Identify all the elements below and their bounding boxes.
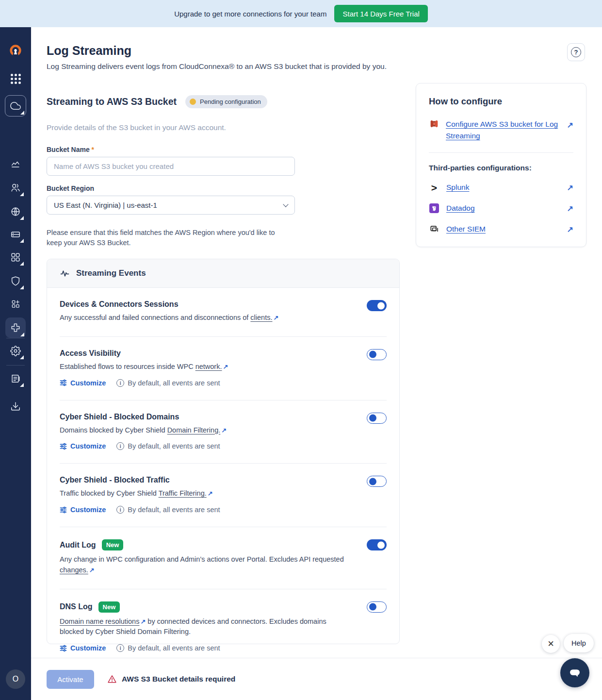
domain-name-resolutions-link[interactable]: Domain name resolutions: [60, 617, 139, 625]
sliders-icon: [60, 379, 67, 386]
sidebar-item-log-streaming-active[interactable]: [5, 317, 26, 338]
traffic-filtering-link[interactable]: Traffic Filtering.: [159, 489, 207, 497]
siem-icon: [429, 224, 439, 234]
shield-icon: [10, 276, 21, 286]
upgrade-banner: Upgrade to get more connections for your…: [0, 0, 602, 27]
openvpn-logo-icon[interactable]: [6, 41, 25, 61]
toggle-blocked-domains[interactable]: [367, 413, 387, 424]
other-siem-link[interactable]: Other SIEM: [446, 223, 486, 235]
external-link-icon[interactable]: ↗: [223, 362, 228, 372]
new-badge: New: [98, 601, 120, 613]
bucket-region-select[interactable]: US East (N. Virginia) | us-east-1: [47, 196, 295, 215]
bucket-region-label: Bucket Region: [47, 184, 94, 192]
toggle-access-visibility[interactable]: [367, 349, 387, 360]
event-row-dns-log: DNS Log New Domain name resolutions↗ by …: [60, 589, 387, 666]
customize-button[interactable]: Customize: [60, 379, 106, 387]
toggle-blocked-traffic[interactable]: [367, 476, 387, 487]
required-asterisk: *: [92, 146, 94, 153]
changes-link[interactable]: changes.: [60, 566, 88, 574]
chat-button[interactable]: [560, 658, 589, 687]
activate-button[interactable]: Activate: [47, 670, 94, 689]
integrations-cross-icon: [10, 322, 21, 333]
region-help-text: Please ensure that this field matches th…: [47, 228, 284, 248]
info-icon: i: [116, 442, 124, 450]
customize-button[interactable]: Customize: [60, 506, 106, 514]
external-link-icon[interactable]: ↗: [567, 183, 573, 192]
streaming-events-title: Streaming Events: [76, 268, 146, 278]
sidebar-item-applications[interactable]: [6, 248, 25, 267]
close-help-button[interactable]: ✕: [542, 635, 560, 653]
datadog-link[interactable]: Datadog: [446, 202, 475, 214]
sidebar-item-users[interactable]: [6, 178, 25, 198]
bucket-name-label: Bucket Name *: [47, 146, 94, 153]
external-link-icon[interactable]: ↗: [208, 489, 213, 499]
help-button[interactable]: Help: [564, 634, 594, 652]
external-link-icon[interactable]: ↗: [274, 313, 279, 323]
external-link-icon[interactable]: ↗: [89, 566, 95, 575]
sidebar-item-download[interactable]: [6, 397, 25, 416]
chevron-down-icon: [283, 201, 288, 207]
how-to-configure-card: How to configure Configure AWS S3 bucket…: [416, 83, 586, 247]
apps-waffle-icon[interactable]: [6, 69, 25, 88]
external-link-icon[interactable]: ↗: [567, 225, 573, 234]
external-link-icon[interactable]: ↗: [140, 617, 146, 627]
chat-bubble-icon: [568, 666, 582, 680]
cloud-icon: [10, 100, 21, 111]
globe-icon: [10, 206, 21, 217]
streaming-events-header: Streaming Events: [47, 259, 399, 288]
customize-button[interactable]: Customize: [60, 442, 106, 450]
info-icon: i: [116, 379, 124, 387]
download-icon: [10, 401, 21, 412]
sidebar-item-add-service[interactable]: [6, 294, 25, 314]
close-icon: ✕: [547, 639, 554, 649]
main-content: Log Streaming Log Streaming delivers eve…: [31, 27, 602, 658]
customize-button[interactable]: Customize: [60, 644, 106, 652]
divider: [429, 152, 573, 153]
toggle-dns-log[interactable]: [367, 601, 387, 613]
sidebar-item-reports[interactable]: [6, 155, 25, 174]
log-streaming-page: Upgrade to get more connections for your…: [0, 0, 602, 700]
configure-aws-link[interactable]: Configure AWS S3 bucket for Log Streamin…: [446, 118, 560, 142]
toggle-audit-log[interactable]: [367, 539, 387, 550]
gear-icon: [10, 346, 21, 356]
event-row-devices-sessions: Devices & Connectors Sessions Any succes…: [60, 288, 387, 337]
sidebar-item-settings[interactable]: [6, 341, 25, 361]
third-party-other-siem: Other SIEM ↗: [429, 223, 573, 235]
external-link-icon[interactable]: ↗: [567, 204, 573, 213]
domain-filtering-link[interactable]: Domain Filtering.: [167, 426, 221, 434]
page-description: Log Streaming delivers event logs from C…: [47, 62, 387, 71]
clients-link[interactable]: clients.: [250, 314, 272, 321]
new-badge: New: [102, 539, 124, 550]
info-icon: i: [116, 644, 124, 652]
user-avatar[interactable]: O: [6, 669, 25, 689]
sidebar-item-cybershield[interactable]: [6, 271, 25, 291]
page-help-button[interactable]: ?: [567, 43, 585, 61]
footer-bar: Activate AWS S3 Bucket details required: [31, 658, 602, 700]
info-icon: i: [116, 506, 124, 514]
warning-triangle-icon: [107, 674, 117, 684]
section-subtitle: Provide details of the S3 bucket in your…: [47, 123, 226, 132]
event-row-access-visibility: Access Visibility Established flows to r…: [60, 337, 387, 400]
grid-icon: [10, 252, 21, 263]
bucket-name-input[interactable]: [47, 157, 295, 176]
chart-icon: [10, 159, 21, 170]
splunk-link[interactable]: Splunk: [446, 182, 469, 193]
sidebar-item-logs[interactable]: [6, 369, 25, 388]
splunk-icon: >: [429, 183, 439, 193]
section-title: Streaming to AWS S3 Bucket: [47, 96, 177, 107]
third-parties-heading: Third-parties configurations:: [429, 164, 573, 172]
start-trial-button[interactable]: Start 14 Days Free Trial: [334, 5, 427, 22]
activity-icon: [60, 268, 70, 279]
sidebar-item-cloud[interactable]: [5, 95, 26, 117]
toggle-devices-sessions[interactable]: [367, 300, 387, 311]
network-link[interactable]: network.: [195, 363, 222, 370]
how-to-configure-title: How to configure: [429, 96, 573, 107]
event-row-blocked-domains: Cyber Shield - Blocked Domains Domains b…: [60, 400, 387, 464]
sidebar-item-networks[interactable]: [6, 202, 25, 221]
sidebar-divider: [6, 338, 25, 338]
sidebar-item-hosts[interactable]: [6, 225, 25, 244]
external-link-icon[interactable]: ↗: [221, 426, 227, 435]
external-link-icon[interactable]: ↗: [567, 118, 573, 130]
upgrade-banner-text: Upgrade to get more connections for your…: [174, 10, 326, 18]
page-title: Log Streaming: [47, 44, 131, 58]
